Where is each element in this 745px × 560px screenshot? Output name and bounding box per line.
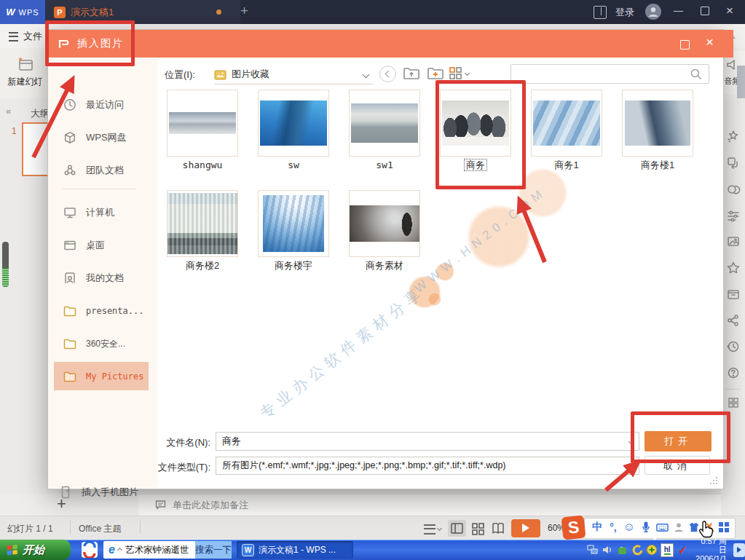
file-item-sw[interactable]: sw: [258, 90, 329, 170]
sidebar-item-computer[interactable]: 计算机: [48, 200, 157, 225]
ie-search-button[interactable]: 搜索一下: [195, 541, 232, 559]
file-item-shangwulou1[interactable]: 商务楼1: [622, 90, 693, 170]
sidebar-item-label: 计算机: [86, 206, 114, 219]
ime-grid-icon[interactable]: [718, 521, 730, 533]
sidebar-item-label: presenta...: [86, 306, 143, 316]
wps-logo[interactable]: W WPS: [0, 0, 45, 24]
green-indicator[interactable]: [2, 242, 9, 287]
document-person-icon: [63, 271, 77, 285]
search-icon[interactable]: [690, 68, 703, 81]
ime-mic-icon[interactable]: [639, 521, 653, 534]
ime-emoji-icon[interactable]: ☺: [622, 520, 636, 535]
tray-volume-icon[interactable]: [602, 544, 613, 556]
star-icon[interactable]: [726, 261, 741, 275]
settings-sliders-icon[interactable]: [726, 208, 741, 223]
filename-combobox[interactable]: 商务: [216, 432, 639, 451]
file-item-shangwu1[interactable]: 商务1: [531, 90, 602, 170]
open-button[interactable]: 打开: [645, 431, 712, 451]
tray-hl-icon[interactable]: hl: [661, 543, 674, 557]
notes-bar[interactable]: 单击此处添加备注: [138, 494, 721, 516]
ime-punct-icon[interactable]: °‚: [606, 520, 620, 535]
status-menu-caret-icon[interactable]: [437, 526, 442, 531]
view-sorter-button[interactable]: [471, 522, 484, 535]
history-icon[interactable]: [726, 339, 741, 354]
restore-button[interactable]: [701, 7, 709, 15]
tray-green-icon[interactable]: [616, 544, 628, 556]
filetype-combobox[interactable]: 所有图片(*.emf;*.wmf;*.jpg;*.jpeg;*.jpe;*.pn…: [216, 457, 639, 475]
sidebar-item-folder-360[interactable]: 360安全...: [48, 331, 157, 356]
sidebar-item-recent[interactable]: 最近访问: [48, 92, 157, 117]
sogou-logo[interactable]: S: [561, 515, 586, 540]
material-box-icon[interactable]: [726, 287, 741, 301]
insert-phone-picture-button[interactable]: 插入手机图片: [48, 480, 157, 505]
file-item-shangwusucai[interactable]: 商务素材: [349, 190, 420, 271]
pictures-folder-icon: [214, 69, 226, 80]
app-titlebar: W WPS P 演示文稿1 + 登录 — ×: [0, 0, 745, 24]
quicklaunch-sogou-icon[interactable]: [82, 542, 98, 558]
file-item-sw1[interactable]: sw1: [349, 90, 420, 170]
file-item-shangwulou2[interactable]: 商务楼2: [167, 190, 238, 271]
start-button[interactable]: 开始: [0, 540, 71, 560]
file-name: 商务1: [553, 159, 580, 170]
switch-shapes-icon[interactable]: [726, 156, 741, 170]
apps-grid-icon[interactable]: [728, 397, 739, 409]
tray-sogou-c-icon[interactable]: [631, 544, 643, 556]
share-icon[interactable]: [726, 313, 741, 328]
dialog-logo-icon: [58, 38, 71, 50]
tray-network-icon[interactable]: [587, 544, 599, 556]
file-menu[interactable]: 文件: [9, 30, 42, 43]
tray-expand-button[interactable]: [733, 543, 745, 557]
tray-check-icon[interactable]: ✔: [676, 543, 689, 556]
document-tab[interactable]: P 演示文稿1: [45, 0, 240, 24]
new-folder-icon[interactable]: [427, 66, 444, 82]
file-name: sw: [286, 159, 301, 170]
file-item-shangwu[interactable]: shangwu: [167, 90, 238, 170]
taskbar-item-wps[interactable]: W 演示文稿1 - WPS ...: [237, 541, 353, 559]
dialog-maximize-button[interactable]: [680, 40, 690, 50]
file-name: 商务楼2: [184, 260, 221, 271]
resize-grip-icon[interactable]: [709, 476, 718, 485]
view-normal-button[interactable]: [448, 520, 466, 537]
ie-query-text[interactable]: 艺术家钟涵逝世: [125, 544, 189, 556]
sidebar-item-folder-my-pictures[interactable]: My Pictures: [54, 362, 149, 390]
ie-caret-icon: [117, 547, 122, 552]
help-icon[interactable]: [726, 366, 741, 380]
file-item-shangwulouyu[interactable]: 商务楼宇: [258, 190, 329, 271]
new-slide-button[interactable]: ✶ 新建幻灯: [3, 52, 47, 93]
split-view-icon[interactable]: [594, 6, 607, 19]
view-reading-button[interactable]: [491, 522, 505, 535]
back-button[interactable]: [379, 66, 396, 82]
new-tab-button[interactable]: +: [240, 3, 248, 19]
search-input[interactable]: [517, 66, 690, 82]
ime-lang-icon[interactable]: 中: [590, 520, 604, 535]
sidebar-item-wps-cloud[interactable]: WPS网盘: [48, 125, 157, 150]
ime-keyboard-icon[interactable]: [655, 521, 669, 535]
close-button[interactable]: ×: [726, 4, 733, 18]
folder-up-icon[interactable]: [403, 66, 420, 82]
beautify-icon[interactable]: [726, 129, 741, 143]
file-item-shangwu-selected[interactable]: 商务: [440, 90, 511, 170]
status-menu-icon[interactable]: [424, 524, 435, 535]
image-tool-icon[interactable]: [726, 234, 741, 249]
folder-icon: [63, 369, 77, 384]
login-label[interactable]: 登录: [615, 6, 634, 19]
sidebar-item-folder-presentation[interactable]: presenta...: [48, 299, 157, 323]
slideshow-play-button[interactable]: [511, 519, 540, 537]
ime-account-icon[interactable]: [672, 521, 685, 534]
location-combobox[interactable]: 图片收藏: [214, 65, 373, 84]
sidebar-item-my-documents[interactable]: 我的文档: [48, 266, 157, 291]
dialog-titlebar[interactable]: 插入图片: [48, 30, 733, 58]
tray-plus-icon[interactable]: [646, 544, 658, 556]
sidebar-item-desktop[interactable]: 桌面: [48, 233, 157, 258]
shape-circle-icon[interactable]: [726, 182, 741, 197]
minimize-button[interactable]: —: [674, 5, 683, 16]
view-mode-button[interactable]: [449, 66, 469, 80]
sidebar-item-team-docs[interactable]: 团队文档: [48, 158, 157, 183]
search-box[interactable]: [511, 64, 709, 84]
theme-label[interactable]: Office 主题: [79, 523, 121, 535]
dialog-close-button[interactable]: ×: [706, 34, 714, 50]
cancel-button[interactable]: 取消: [645, 456, 710, 475]
thumbnail-image: [169, 112, 236, 134]
collapse-panel-icon[interactable]: «: [6, 106, 11, 117]
avatar[interactable]: [645, 4, 661, 20]
